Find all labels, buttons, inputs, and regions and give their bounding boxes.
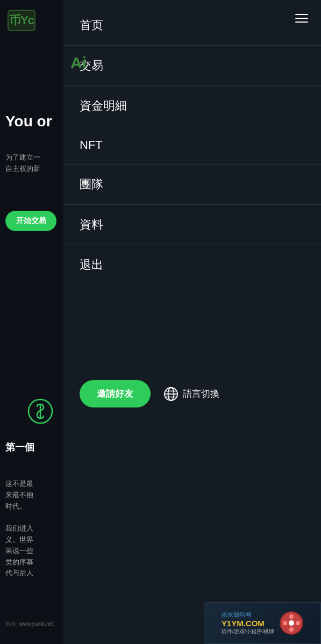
watermark-badge: 依依源码网 Y1YM.COM 软件/游戏/小程序/棋牌 [204, 602, 321, 644]
nav-item-nft-label: NFT [80, 138, 103, 152]
nav-item-team-label: 團隊 [80, 176, 103, 192]
watermark-icon [280, 611, 303, 635]
bg-hero-title: You or [5, 113, 52, 130]
bg-hero-subtitle: 为了建立一 自主权的新 [5, 152, 65, 175]
svg-point-11 [289, 620, 294, 626]
globe-icon [163, 387, 179, 402]
watermark-site-label: 依依源码网 [222, 611, 274, 619]
bottom-actions-bar: 邀請好友 語言切換 [63, 369, 321, 418]
watermark-text: 依依源码网 Y1YM.COM 软件/游戏/小程序/棋牌 [222, 611, 274, 635]
nav-item-trade-label: 交易 [80, 58, 103, 74]
nav-overlay-panel: 首页 交易 資金明細 NFT 團隊 資料 退出 邀請好友 [63, 0, 321, 644]
nav-item-logout[interactable]: 退出 [63, 245, 321, 285]
language-switch[interactable]: 語言切換 [163, 387, 219, 402]
main-navigation: 首页 交易 資金明細 NFT 團隊 資料 退出 [63, 0, 321, 285]
bg-logo: 币Yc [8, 10, 35, 31]
svg-point-7 [289, 614, 294, 619]
hamburger-line-3 [295, 22, 308, 23]
nav-item-trade[interactable]: 交易 [63, 46, 321, 86]
bg-logo-box: 币Yc [8, 10, 35, 31]
svg-point-10 [296, 621, 300, 625]
bg-start-trade-button[interactable]: 开始交易 [5, 211, 56, 231]
nav-item-home-label: 首页 [80, 17, 103, 33]
bg-section-title: 第一個 [5, 441, 65, 454]
hamburger-menu-button[interactable] [293, 12, 310, 25]
nav-item-funds[interactable]: 資金明細 [63, 86, 321, 126]
background-page: 币Yc You or 为了建立一 自主权的新 开始交易 第一個 这不是最 来最不… [0, 0, 65, 644]
bg-footer-text: 地址: www.yumk.net [5, 620, 65, 628]
nav-item-team[interactable]: 團隊 [63, 164, 321, 205]
svg-point-9 [283, 621, 287, 625]
lang-switch-label: 語言切換 [183, 388, 219, 400]
nav-item-profile-label: 資料 [80, 217, 103, 233]
nav-item-funds-label: 資金明細 [80, 98, 127, 114]
svg-point-8 [289, 627, 294, 632]
invite-friends-button[interactable]: 邀請好友 [80, 380, 151, 407]
watermark-site-url: Y1YM.COM [222, 619, 274, 628]
bg-section-body: 这不是最 来最不抱 时代。 我们进入 义。世界 果说一些 类的序幕 代与后人 [5, 478, 65, 579]
hamburger-line-1 [295, 14, 308, 15]
nav-item-nft[interactable]: NFT [63, 126, 321, 164]
hamburger-line-2 [295, 18, 308, 19]
nav-item-home[interactable]: 首页 [63, 5, 321, 46]
watermark-sub-label: 软件/游戏/小程序/棋牌 [222, 628, 274, 635]
bg-dollar-icon [27, 398, 54, 425]
nav-item-profile[interactable]: 資料 [63, 205, 321, 245]
bg-logo-text: 币Yc [9, 12, 34, 28]
nav-item-logout-label: 退出 [80, 257, 103, 273]
